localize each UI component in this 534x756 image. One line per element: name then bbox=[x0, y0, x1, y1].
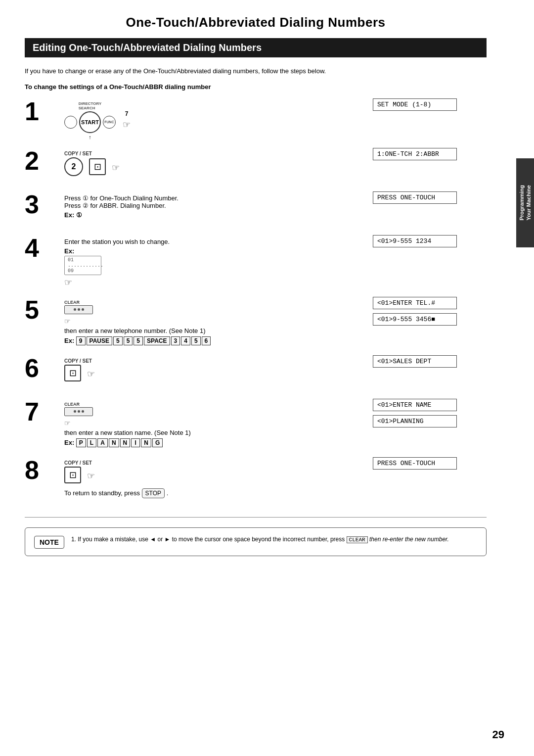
function-btn: FUNC bbox=[103, 116, 116, 129]
steps-area: 1 DIRECTORYSEARCH START FUNC ↑ bbox=[25, 98, 487, 507]
step-7: 7 CLEAR ☞ then enter a new station name.… bbox=[25, 399, 487, 448]
station-nums: 01 ............ bbox=[68, 257, 98, 268]
key-I: I bbox=[131, 438, 140, 447]
key-N1: N bbox=[109, 438, 119, 447]
step-7-content: CLEAR ☞ then enter a new station name. (… bbox=[59, 399, 373, 448]
lcd-8: PRESS ONE-TOUCH bbox=[373, 457, 457, 470]
hand1: ☞ bbox=[123, 119, 131, 130]
step-8-display: PRESS ONE-TOUCH bbox=[373, 457, 487, 472]
copy-set-label-8: COPY / SET bbox=[64, 460, 373, 466]
step3-text1: Press ① for One-Touch Dialing Number. bbox=[64, 194, 373, 202]
key-3: 3 bbox=[171, 336, 180, 345]
step-1: 1 DIRECTORYSEARCH START FUNC ↑ bbox=[25, 98, 487, 139]
lcd-7b: <01>PLANNING bbox=[373, 415, 457, 427]
key-pause: PAUSE bbox=[87, 336, 112, 345]
ex-label-5: Ex: bbox=[64, 337, 76, 344]
step-4-content: Enter the station you wish to change. Ex… bbox=[59, 235, 373, 288]
section-heading: Editing One-Touch/Abbreviated Dialing Nu… bbox=[25, 38, 487, 57]
key-N3: N bbox=[141, 438, 151, 447]
hand4: ☞ bbox=[64, 277, 373, 288]
key-space: SPACE bbox=[144, 336, 170, 345]
copy-set-label-6: COPY / SET bbox=[64, 358, 373, 364]
clear-key-7 bbox=[64, 407, 93, 416]
dir-search-btn bbox=[64, 116, 77, 129]
step-1-content: DIRECTORYSEARCH START FUNC ↑ 7 ☞ bbox=[59, 98, 373, 139]
step4-ex-label: Ex: bbox=[64, 247, 373, 255]
step-5-content: CLEAR ☞ then enter a new telephone numbe… bbox=[59, 297, 373, 346]
key-5d: 5 bbox=[191, 336, 201, 345]
step-6-display: <01>SALES DEPT bbox=[373, 355, 487, 370]
set-btn-2: ⊡ bbox=[89, 158, 106, 175]
step5-keys: 9 PAUSE 5 5 5 SPACE 3 4 5 6 bbox=[76, 336, 211, 345]
page-wrapper: Programming Your Machine One-Touch/Abbre… bbox=[0, 0, 534, 756]
step8-text: To return to standby, press STOP . bbox=[64, 488, 373, 498]
note-section: NOTE 1. If you make a mistake, use ◄ or … bbox=[25, 527, 487, 556]
lcd-3: PRESS ONE-TOUCH bbox=[373, 191, 457, 204]
note-clear-key: CLEAR bbox=[347, 536, 368, 543]
step7-text1: then enter a new station name. (See Note… bbox=[64, 429, 373, 436]
clear-key-5 bbox=[64, 305, 93, 314]
main-content: One-Touch/Abbreviated Dialing Numbers Ed… bbox=[0, 0, 516, 571]
step-number-5: 5 bbox=[25, 297, 59, 323]
step-2: 2 COPY / SET 2 ⊡ ☞ 1:ONE-TCH 2:ABBR bbox=[25, 148, 487, 183]
lcd-1: SET MODE (1-8) bbox=[373, 98, 457, 111]
key-5a: 5 bbox=[113, 336, 123, 345]
step-4: 4 Enter the station you wish to change. … bbox=[25, 235, 487, 288]
note-text-2: then re-enter the new number. bbox=[369, 536, 449, 543]
num2-btn: 2 bbox=[64, 157, 83, 176]
step3-ex: Ex: ① bbox=[64, 211, 373, 219]
lcd-5a: <01>ENTER TEL.# bbox=[373, 297, 457, 309]
step-number-3: 3 bbox=[25, 191, 59, 217]
intro-text: If you have to change or erase any of th… bbox=[25, 66, 487, 76]
hand2: ☞ bbox=[112, 162, 120, 173]
dot2 bbox=[78, 308, 80, 311]
step-3-display: PRESS ONE-TOUCH bbox=[373, 191, 487, 206]
lcd-6: <01>SALES DEPT bbox=[373, 355, 457, 368]
clear-label-5: CLEAR bbox=[64, 300, 80, 305]
step6-illustration: ⊡ ☞ bbox=[64, 365, 373, 381]
note-label: NOTE bbox=[34, 536, 64, 549]
step4-text1: Enter the station you wish to change. bbox=[64, 238, 373, 245]
step8-illustration: ⊡ ☞ bbox=[64, 467, 373, 483]
step7-clear: CLEAR ☞ bbox=[64, 402, 373, 427]
step-3-content: Press ① for One-Touch Dialing Number. Pr… bbox=[59, 191, 373, 220]
key-G: G bbox=[152, 438, 163, 447]
step2-illustration: 2 ⊡ ☞ bbox=[64, 157, 373, 176]
step-number-7: 7 bbox=[25, 399, 59, 425]
hand8: ☞ bbox=[87, 471, 95, 481]
step5-text1: then enter a new telephone number. (See … bbox=[64, 327, 373, 334]
step-5: 5 CLEAR ☞ then enter a new telephone num… bbox=[25, 297, 487, 346]
step-number-8: 8 bbox=[25, 457, 59, 483]
lcd-7a: <01>ENTER NAME bbox=[373, 399, 457, 411]
step-3: 3 Press ① for One-Touch Dialing Number. … bbox=[25, 191, 487, 226]
step-number-6: 6 bbox=[25, 355, 59, 381]
step3-text2: Press ② for ABBR. Dialing Number. bbox=[64, 202, 373, 209]
key-N2: N bbox=[120, 438, 131, 447]
dot3 bbox=[82, 308, 84, 311]
step-4-display: <01>9-555 1234 bbox=[373, 235, 487, 249]
divider bbox=[25, 517, 487, 518]
step-8-content: COPY / SET ⊡ ☞ To return to standby, pre… bbox=[59, 457, 373, 498]
hand5: ☞ bbox=[64, 317, 71, 325]
start-btn: START bbox=[79, 111, 101, 133]
page-number: 29 bbox=[492, 728, 504, 741]
set-btn-8: ⊡ bbox=[64, 467, 81, 483]
set-btn-6: ⊡ bbox=[64, 365, 81, 381]
key-4: 4 bbox=[181, 336, 190, 345]
step-number-2: 2 bbox=[25, 148, 59, 174]
sidebar-tab: Programming Your Machine bbox=[516, 158, 534, 247]
sub-heading: To change the settings of a One-Touch/AB… bbox=[25, 83, 487, 91]
station-num2: 09 bbox=[68, 268, 98, 274]
step-1-display: SET MODE (1-8) bbox=[373, 98, 487, 113]
station-box: 01 ............ 09 bbox=[64, 256, 101, 275]
stop-key: STOP bbox=[142, 488, 165, 498]
key-5c: 5 bbox=[134, 336, 143, 345]
step-7-display: <01>ENTER NAME <01>PLANNING bbox=[373, 399, 487, 429]
step-2-display: 1:ONE-TCH 2:ABBR bbox=[373, 148, 487, 162]
hand7: ☞ bbox=[64, 419, 71, 427]
page-main-title: One-Touch/Abbreviated Dialing Numbers bbox=[25, 15, 487, 30]
step-6: 6 COPY / SET ⊡ ☞ <01>SALES DEPT bbox=[25, 355, 487, 390]
step-number-4: 4 bbox=[25, 235, 59, 261]
dot4 bbox=[74, 410, 76, 413]
hand6: ☞ bbox=[87, 369, 95, 379]
